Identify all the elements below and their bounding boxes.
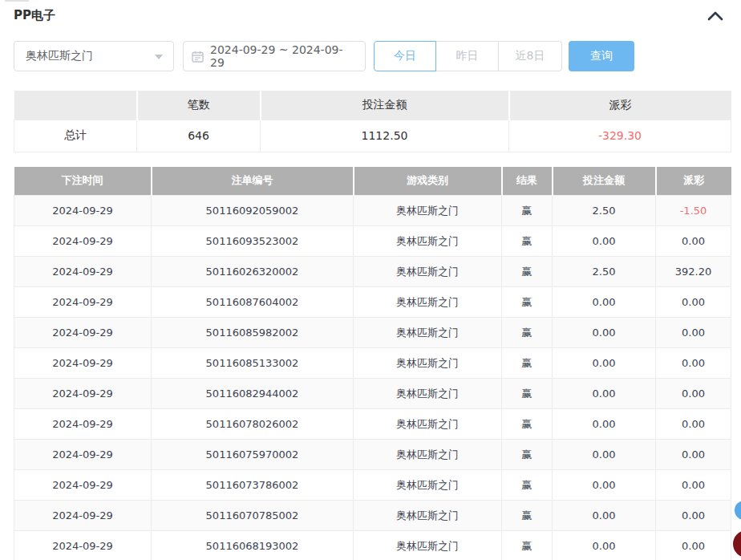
floating-action-blue[interactable] <box>735 501 741 520</box>
table-row: 2024-09-2950116068193002奥林匹斯之门赢0.000.00 <box>14 531 731 560</box>
top-edge-divider <box>5 0 29 2</box>
bet-time-cell: 2024-09-29 <box>14 409 152 440</box>
result-cell: 赢 <box>502 501 553 531</box>
bet-time-cell: 2024-09-29 <box>14 440 152 470</box>
game-category-cell: 奥林匹斯之门 <box>354 470 502 501</box>
bet-time-cell: 2024-09-29 <box>14 348 152 379</box>
summary-count-value: 646 <box>137 120 261 152</box>
game-category-cell: 奥林匹斯之门 <box>354 531 502 560</box>
bet-time-cell: 2024-09-29 <box>14 318 152 348</box>
result-cell: 赢 <box>502 379 553 409</box>
table-row: 2024-09-2950116085133002奥林匹斯之门赢0.000.00 <box>14 348 731 379</box>
records-header-payout: 派彩 <box>656 167 731 196</box>
summary-header-count: 笔数 <box>137 91 261 120</box>
game-category-cell: 奥林匹斯之门 <box>354 379 502 409</box>
collapse-panel-button[interactable] <box>706 9 725 23</box>
result-cell: 赢 <box>502 470 553 501</box>
summary-header-empty <box>14 91 137 120</box>
records-header-bet-time: 下注时间 <box>14 167 152 196</box>
bet-time-cell: 2024-09-29 <box>14 470 152 501</box>
summary-header-row: 笔数 投注金额 派彩 <box>14 91 731 120</box>
bet-amount-cell: 0.00 <box>553 287 656 318</box>
bet-time-cell: 2024-09-29 <box>14 501 152 531</box>
last-8-days-button[interactable]: 近8日 <box>498 41 562 71</box>
result-cell: 赢 <box>502 196 553 226</box>
game-category-cell: 奥林匹斯之门 <box>354 287 502 318</box>
date-range-value: 2024-09-29 ~ 2024-09-29 <box>210 43 357 69</box>
payout-cell: 0.00 <box>656 287 731 318</box>
calendar-icon <box>192 51 204 63</box>
bet-amount-cell: 0.00 <box>553 470 656 501</box>
bet-id-cell: 50116078026002 <box>152 409 354 440</box>
table-row: 2024-09-2950116082944002奥林匹斯之门赢0.000.00 <box>14 379 731 409</box>
bet-amount-cell: 0.00 <box>553 501 656 531</box>
table-row: 2024-09-2950116073786002奥林匹斯之门赢0.000.00 <box>14 470 731 501</box>
search-button[interactable]: 查询 <box>569 41 634 71</box>
page-title: PP电子 <box>14 8 55 23</box>
records-header-bet-id: 注单编号 <box>152 167 354 196</box>
bet-time-cell: 2024-09-29 <box>14 257 152 287</box>
today-button[interactable]: 今日 <box>374 41 436 71</box>
table-row: 2024-09-2950116087604002奥林匹斯之门赢0.000.00 <box>14 287 731 318</box>
yesterday-button[interactable]: 昨日 <box>435 41 499 71</box>
summary-total-label: 总计 <box>14 120 137 152</box>
summary-payout-value: -329.30 <box>509 120 731 152</box>
bet-time-cell: 2024-09-29 <box>14 531 152 560</box>
floating-action-red[interactable] <box>733 530 741 558</box>
bet-amount-cell: 0.00 <box>553 226 656 257</box>
pp-records-panel: PP电子 奥林匹斯之门 2024-09-29 ~ 2024-09-29 今日 <box>0 0 741 560</box>
game-category-cell: 奥林匹斯之门 <box>354 257 502 287</box>
records-header-result: 结果 <box>502 167 553 196</box>
summary-header-bet-amount: 投注金额 <box>261 91 509 120</box>
game-category-cell: 奥林匹斯之门 <box>354 409 502 440</box>
bet-id-cell: 50116075970002 <box>152 440 354 470</box>
bet-amount-cell: 0.00 <box>553 348 656 379</box>
date-range-input[interactable]: 2024-09-29 ~ 2024-09-29 <box>183 41 366 71</box>
summary-total-row: 总计 646 1112.50 -329.30 <box>14 120 731 152</box>
payout-cell: 0.00 <box>656 409 731 440</box>
table-row: 2024-09-2950116078026002奥林匹斯之门赢0.000.00 <box>14 409 731 440</box>
payout-cell: 0.00 <box>656 318 731 348</box>
bet-amount-cell: 0.00 <box>553 379 656 409</box>
summary-table: 笔数 投注金额 派彩 总计 646 1112.50 -329.30 <box>14 91 731 152</box>
result-cell: 赢 <box>502 531 553 560</box>
result-cell: 赢 <box>502 257 553 287</box>
bet-amount-cell: 0.00 <box>553 531 656 560</box>
bet-time-cell: 2024-09-29 <box>14 226 152 257</box>
bet-id-cell: 50116087604002 <box>152 287 354 318</box>
payout-cell: 0.00 <box>656 226 731 257</box>
table-row: 2024-09-2950116075970002奥林匹斯之门赢0.000.00 <box>14 440 731 470</box>
payout-cell: 0.00 <box>656 531 731 560</box>
game-category-cell: 奥林匹斯之门 <box>354 348 502 379</box>
bet-id-cell: 50116026320002 <box>152 257 354 287</box>
chevron-up-icon <box>707 11 723 21</box>
table-row: 2024-09-2950116026320002奥林匹斯之门赢2.50392.2… <box>14 257 731 287</box>
records-table-body: 2024-09-2950116092059002奥林匹斯之门赢2.50-1.50… <box>14 196 731 560</box>
table-row: 2024-09-2950116085982002奥林匹斯之门赢0.000.00 <box>14 318 731 348</box>
payout-cell: 0.00 <box>656 501 731 531</box>
bet-amount-cell: 0.00 <box>553 440 656 470</box>
result-cell: 赢 <box>502 409 553 440</box>
bet-time-cell: 2024-09-29 <box>14 379 152 409</box>
payout-cell: 0.00 <box>656 348 731 379</box>
filter-bar: 奥林匹斯之门 2024-09-29 ~ 2024-09-29 今日 昨日 近8日… <box>14 41 727 71</box>
records-header-bet-amount: 投注金额 <box>553 167 656 196</box>
bet-amount-cell: 2.50 <box>553 257 656 287</box>
summary-bet-amount-value: 1112.50 <box>261 120 509 152</box>
bet-time-cell: 2024-09-29 <box>14 287 152 318</box>
result-cell: 赢 <box>502 226 553 257</box>
summary-header-payout: 派彩 <box>509 91 731 120</box>
chevron-down-icon <box>155 55 163 59</box>
quick-date-button-group: 今日 昨日 近8日 <box>374 41 562 71</box>
bet-id-cell: 50116085982002 <box>152 318 354 348</box>
game-select[interactable]: 奥林匹斯之门 <box>14 41 174 71</box>
payout-cell: 0.00 <box>656 379 731 409</box>
payout-cell: 392.20 <box>656 257 731 287</box>
game-category-cell: 奥林匹斯之门 <box>354 318 502 348</box>
table-row: 2024-09-2950116092059002奥林匹斯之门赢2.50-1.50 <box>14 196 731 226</box>
bet-time-cell: 2024-09-29 <box>14 196 152 226</box>
result-cell: 赢 <box>502 318 553 348</box>
panel-header: PP电子 <box>0 0 741 23</box>
game-category-cell: 奥林匹斯之门 <box>354 440 502 470</box>
payout-cell: 0.00 <box>656 470 731 501</box>
